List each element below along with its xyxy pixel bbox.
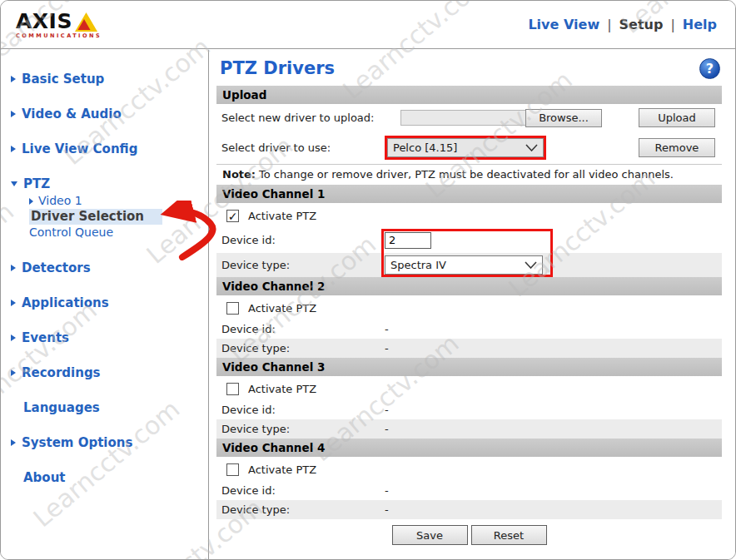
device-type-value: -	[385, 423, 389, 435]
file-input[interactable]	[400, 110, 525, 126]
nav-help-link[interactable]: Help	[683, 17, 717, 32]
device-type-label: Device type:	[221, 503, 385, 516]
device-type-label: Device type:	[221, 342, 385, 354]
video-channel-1-header: Video Channel 1	[216, 185, 722, 203]
nav-live-view-link[interactable]: Live View	[528, 17, 599, 32]
sidebar-item-about[interactable]: About	[11, 470, 208, 485]
sidebar-item-label: Basic Setup	[22, 72, 104, 87]
device-type-row: Device type: -	[216, 500, 722, 519]
sidebar-item-driver-selection[interactable]: Driver Selection	[29, 209, 162, 225]
app-window: AXIS COMMUNICATIONS Live View | Setup | …	[0, 0, 736, 560]
logo-brand-text: AXIS	[16, 11, 72, 32]
axis-logo: AXIS COMMUNICATIONS	[16, 11, 102, 39]
sidebar-item-recordings[interactable]: Recordings	[11, 365, 208, 380]
sidebar-item-detectors[interactable]: Detectors	[11, 260, 208, 275]
driver-select[interactable]: Pelco [4.15]	[387, 138, 544, 157]
driver-label: Select driver to use:	[221, 141, 385, 154]
activate-ptz-checkbox[interactable]	[226, 463, 239, 476]
sidebar-item-ptz[interactable]: PTZ	[11, 176, 208, 191]
chevron-down-icon	[525, 261, 537, 269]
device-type-row: Device type: -	[216, 339, 722, 358]
sidebar-item-system-options[interactable]: System Options	[11, 435, 208, 450]
device-type-row: Device type: Spectra IV	[216, 253, 722, 277]
device-type-row: Device type: -	[216, 419, 722, 439]
remove-button[interactable]: Remove	[639, 138, 715, 157]
chevron-right-icon	[11, 300, 16, 306]
sidebar-item-events[interactable]: Events	[11, 330, 208, 345]
device-id-label: Device id:	[221, 484, 385, 497]
activate-ptz-checkbox-checked[interactable]: ✓	[226, 210, 239, 222]
chevron-right-icon	[11, 111, 16, 117]
ptz-submenu: Video 1 Driver Selection Control Queue	[29, 193, 208, 240]
device-type-select[interactable]: Spectra IV	[385, 255, 543, 275]
activate-ptz-label: Activate PTZ	[248, 463, 316, 476]
device-id-row: Device id: -	[216, 481, 722, 500]
note-text: Note:To change or remove driver, PTZ mus…	[216, 164, 722, 185]
device-type-value: -	[385, 342, 389, 354]
chevron-down-icon	[525, 144, 538, 151]
note-prefix: Note:	[222, 168, 256, 181]
device-id-row: Device id: -	[216, 320, 722, 339]
new-driver-label: Select new driver to upload:	[221, 112, 385, 124]
help-icon[interactable]: ?	[699, 58, 720, 79]
chevron-right-icon	[11, 265, 16, 271]
main-content: PTZ Drivers ? Upload Select new driver t…	[210, 50, 735, 559]
sidebar-item-label: Events	[22, 330, 69, 345]
save-button[interactable]: Save	[392, 525, 468, 545]
device-id-input[interactable]	[385, 232, 431, 249]
activate-ptz-label: Activate PTZ	[248, 210, 316, 222]
upload-driver-row: Select new driver to upload: Browse... U…	[216, 104, 722, 131]
driver-select-value: Pelco [4.15]	[393, 141, 457, 154]
sidebar-item-basic-setup[interactable]: Basic Setup	[11, 72, 208, 87]
device-type-value: Spectra IV	[390, 259, 446, 271]
sidebar-item-video-audio[interactable]: Video & Audio	[11, 107, 208, 121]
sidebar-item-languages[interactable]: Languages	[11, 400, 208, 415]
upload-section-header: Upload	[216, 86, 722, 104]
sidebar-item-label: System Options	[22, 435, 132, 450]
nav-separator: |	[670, 17, 674, 32]
sidebar-item-label: Video 1	[38, 193, 82, 209]
nav-setup-link[interactable]: Setup	[619, 17, 664, 32]
sidebar-item-label: Control Queue	[29, 225, 113, 240]
form-actions: Save Reset	[216, 525, 722, 545]
sidebar-item-label: Languages	[23, 400, 100, 415]
device-id-value: -	[385, 404, 389, 416]
device-id-label: Device id:	[221, 234, 385, 246]
sidebar-item-label: PTZ	[23, 176, 50, 191]
chevron-right-icon	[11, 335, 16, 341]
chevron-right-icon	[29, 198, 33, 205]
sidebar-item-label: Live View Config	[22, 141, 137, 156]
activate-ptz-row: Activate PTZ	[216, 457, 722, 481]
sidebar-item-live-view-config[interactable]: Live View Config	[11, 141, 208, 156]
sidebar-item-label: Applications	[22, 295, 109, 310]
sidebar-nav: Basic Setup Video & Audio Live View Conf…	[1, 50, 209, 559]
page-title: PTZ Drivers	[220, 58, 335, 78]
sidebar-item-label: Detectors	[22, 260, 91, 275]
chevron-right-icon	[11, 369, 16, 376]
activate-ptz-row: ✓ Activate PTZ	[216, 203, 722, 227]
channel-1-device-rows: Device id: Device type: Spectra IV	[216, 227, 722, 277]
device-id-label: Device id:	[221, 323, 385, 335]
sidebar-item-applications[interactable]: Applications	[11, 295, 208, 310]
sidebar-item-label: Recordings	[22, 365, 101, 380]
video-channel-2-header: Video Channel 2	[216, 277, 722, 295]
activate-ptz-checkbox[interactable]	[226, 302, 239, 315]
upload-button[interactable]: Upload	[639, 108, 715, 127]
browse-button[interactable]: Browse...	[525, 109, 602, 127]
sidebar-item-video-1[interactable]: Video 1	[29, 193, 208, 209]
select-driver-row: Select driver to use: Pelco [4.15] Remov…	[216, 131, 722, 164]
note-body: To change or remove driver, PTZ must be …	[259, 168, 674, 181]
chevron-right-icon	[11, 146, 16, 152]
device-id-row: Device id: -	[216, 400, 722, 419]
sidebar-item-control-queue[interactable]: Control Queue	[29, 225, 208, 240]
video-channel-3-header: Video Channel 3	[216, 358, 722, 376]
device-id-label: Device id:	[221, 404, 385, 416]
top-nav: Live View | Setup | Help	[528, 17, 717, 32]
activate-ptz-row: Activate PTZ	[216, 376, 722, 400]
logo-subtitle-text: COMMUNICATIONS	[16, 33, 102, 39]
red-annotation-box: Pelco [4.15]	[385, 136, 546, 160]
activate-ptz-checkbox[interactable]	[226, 383, 239, 395]
sidebar-item-label: Video & Audio	[22, 107, 122, 121]
sidebar-group-ptz: PTZ Video 1 Driver Selection Control Que…	[11, 176, 208, 240]
reset-button[interactable]: Reset	[471, 525, 547, 545]
